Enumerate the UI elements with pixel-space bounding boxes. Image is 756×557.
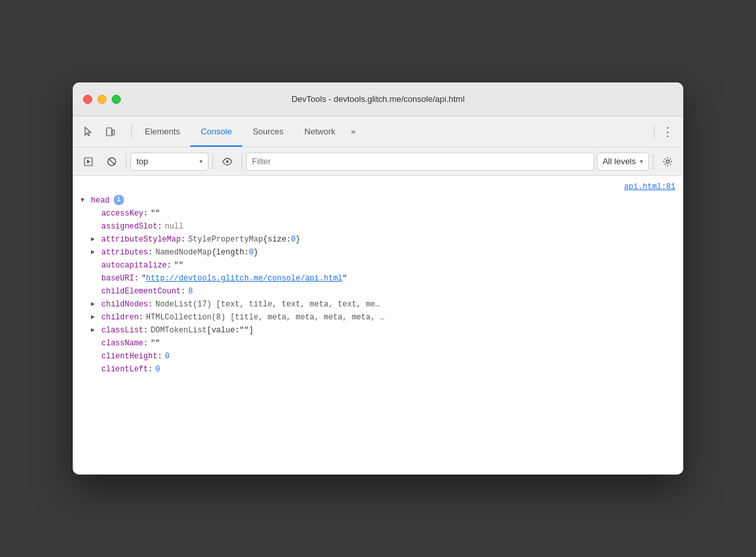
context-arrow-icon: ▾ <box>199 158 203 165</box>
prop-attributes: ▶ attributes : NamedNodeMap {length: 0 } <box>73 246 683 259</box>
ban-icon <box>107 156 117 167</box>
play-icon <box>83 156 94 167</box>
filter-input[interactable] <box>246 153 594 171</box>
no-expand <box>91 221 99 232</box>
window-title: DevTools - devtools.glitch.me/console/ap… <box>292 94 465 104</box>
svg-marker-0 <box>85 127 91 136</box>
settings-button[interactable] <box>657 151 678 172</box>
attributeStyleMap-expand[interactable]: ▶ <box>91 234 99 245</box>
tabs: Elements Console Sources Network » <box>134 116 651 147</box>
device-icon <box>105 127 116 137</box>
attributes-expand[interactable]: ▶ <box>91 247 99 258</box>
inspect-element-button[interactable] <box>78 121 99 142</box>
prop-clientHeight: clientHeight : 0 <box>73 350 683 363</box>
tab-bar-right-separator <box>654 124 655 140</box>
console-output: api.html:81 ▼ head i accessKey : "" assi… <box>73 176 683 475</box>
svg-marker-4 <box>87 160 90 164</box>
prop-children: ▶ children : HTMLCollection(8) [title, m… <box>73 311 683 324</box>
svg-point-7 <box>226 160 229 163</box>
eye-button[interactable] <box>217 151 238 172</box>
run-snippet-button[interactable] <box>78 151 99 172</box>
tab-sources[interactable]: Sources <box>242 116 294 147</box>
info-badge[interactable]: i <box>114 195 124 205</box>
prop-assignedSlot: assignedSlot : null <box>73 220 683 233</box>
no-expand <box>91 273 99 284</box>
console-toolbar: top ▾ All levels ▾ <box>73 147 683 176</box>
no-expand <box>91 260 99 271</box>
no-expand <box>91 208 99 219</box>
toolbar-separator-4 <box>653 154 653 169</box>
prop-childElementCount: childElementCount : 8 <box>73 285 683 298</box>
close-button[interactable] <box>83 95 92 104</box>
title-bar: DevTools - devtools.glitch.me/console/ap… <box>73 82 683 116</box>
tab-console[interactable]: Console <box>190 116 242 147</box>
source-link[interactable]: api.html:81 <box>73 181 683 194</box>
traffic-lights <box>83 95 121 104</box>
maximize-button[interactable] <box>112 95 121 104</box>
devtools-menu-button[interactable]: ⋮ <box>657 121 678 142</box>
no-expand <box>91 286 99 297</box>
baseuri-url[interactable]: http://devtools.glitch.me/console/api.ht… <box>146 273 342 284</box>
toolbar-separator-1 <box>126 154 127 169</box>
prop-className: className : "" <box>73 337 683 350</box>
tab-elements[interactable]: Elements <box>134 116 190 147</box>
tab-more[interactable]: » <box>346 116 360 147</box>
tab-bar: Elements Console Sources Network » ⋮ <box>73 116 683 147</box>
eye-icon <box>221 156 233 167</box>
prop-autocapitalize: autocapitalize : "" <box>73 259 683 272</box>
context-selector[interactable]: top ▾ <box>131 153 208 171</box>
no-expand <box>91 364 99 375</box>
gear-icon <box>662 156 673 167</box>
prop-clientLeft: clientLeft : 0 <box>73 363 683 376</box>
svg-rect-1 <box>107 128 112 136</box>
svg-line-6 <box>109 158 115 164</box>
head-label: head <box>91 195 110 206</box>
children-expand[interactable]: ▶ <box>91 312 99 323</box>
prop-baseURI: baseURI : "http://devtools.glitch.me/con… <box>73 272 683 285</box>
tab-bar-right: ⋮ <box>651 121 678 142</box>
prop-classList: ▶ classList : DOMTokenList [value: "" ] <box>73 324 683 337</box>
prop-accessKey: accessKey : "" <box>73 207 683 220</box>
head-entry: ▼ head i <box>73 194 683 207</box>
no-expand <box>91 338 99 349</box>
head-expand-arrow[interactable]: ▼ <box>81 195 88 206</box>
minimize-button[interactable] <box>97 95 107 104</box>
prop-attributeStyleMap: ▶ attributeStyleMap : StylePropertyMap {… <box>73 233 683 246</box>
no-expand <box>91 351 99 362</box>
device-toolbar-button[interactable] <box>100 121 121 142</box>
svg-point-8 <box>666 160 670 163</box>
tab-controls <box>78 121 121 142</box>
tab-separator <box>131 124 132 140</box>
log-levels-selector[interactable]: All levels ▾ <box>597 153 649 171</box>
childNodes-expand[interactable]: ▶ <box>91 299 99 310</box>
devtools-window: DevTools - devtools.glitch.me/console/ap… <box>73 82 683 475</box>
cursor-icon <box>83 127 94 137</box>
tab-network[interactable]: Network <box>294 116 346 147</box>
levels-arrow-icon: ▾ <box>640 158 643 165</box>
clear-console-button[interactable] <box>101 151 122 172</box>
svg-rect-2 <box>112 130 114 135</box>
classList-expand[interactable]: ▶ <box>91 325 99 336</box>
toolbar-separator-2 <box>212 154 213 169</box>
prop-childNodes: ▶ childNodes : NodeList(17) [text, title… <box>73 298 683 311</box>
toolbar-separator-3 <box>242 154 242 169</box>
